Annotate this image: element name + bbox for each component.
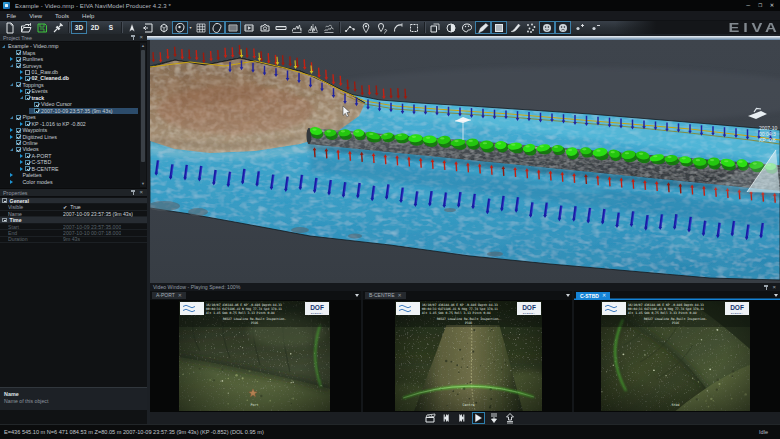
toolbar-button-copy-view[interactable] (427, 21, 443, 34)
collapsed-arrow-icon[interactable] (20, 122, 23, 126)
toolbar-button-palette[interactable] (459, 21, 475, 34)
toolbar-button-smiley-accept[interactable] (539, 21, 555, 34)
checkbox-checked[interactable] (16, 128, 21, 133)
toolbar-button-connect[interactable] (50, 21, 66, 34)
toolbar-button-view-2d[interactable]: 2D (87, 21, 103, 34)
tab-overflow-icon[interactable] (355, 294, 359, 297)
close-icon[interactable]: × (139, 35, 143, 40)
checkbox-checked[interactable] (16, 140, 21, 145)
collapse-section-icon[interactable] (2, 218, 7, 223)
toolbar-button-north-arrow[interactable] (124, 21, 140, 34)
toolbar-button-view-s[interactable]: S (103, 21, 119, 34)
tree-node-color-modes[interactable]: Color modes (0, 178, 140, 184)
expanded-arrow-icon[interactable] (10, 83, 13, 86)
expanded-arrow-icon[interactable] (10, 148, 13, 151)
collapsed-arrow-icon[interactable] (20, 76, 23, 80)
close-button[interactable]: ✕ (770, 2, 774, 9)
toolbar-button-polygon-region[interactable] (406, 21, 422, 34)
playback-step-back-button[interactable] (440, 412, 453, 424)
expanded-arrow-icon[interactable] (10, 64, 13, 67)
expanded-arrow-icon[interactable] (10, 116, 13, 119)
close-icon[interactable]: × (772, 285, 776, 290)
pin-icon[interactable] (764, 285, 768, 290)
collapsed-arrow-icon[interactable] (20, 160, 23, 164)
tree-scrollbar[interactable]: ▲ ▼ (140, 43, 146, 187)
toolbar-button-point-remove[interactable] (587, 21, 603, 34)
toolbar-button-route-points[interactable] (342, 21, 358, 34)
toolbar-button-measure-ruler[interactable] (273, 21, 289, 34)
collapsed-arrow-icon[interactable] (10, 57, 13, 61)
playback-play-button[interactable] (472, 412, 485, 424)
collapsed-arrow-icon[interactable] (10, 180, 13, 184)
playback-clip-editor-button[interactable] (424, 412, 437, 424)
checkbox-checked[interactable] (16, 57, 21, 62)
collapsed-arrow-icon[interactable] (20, 167, 23, 171)
checkbox-checked[interactable] (16, 134, 21, 139)
checkbox-checked[interactable] (16, 63, 21, 68)
checkbox-unchecked[interactable] (25, 70, 30, 75)
toolbar-button-waypoint-pin[interactable] (358, 21, 374, 34)
toolbar-button-open[interactable] (18, 21, 34, 34)
checkbox-checked[interactable] (16, 82, 21, 87)
toolbar-button-brush-clean[interactable] (507, 21, 523, 34)
video-feed-port[interactable]: DOFSUBSEA16/10/07 436144.86 E KP -0.846 … (179, 301, 330, 411)
video-feed-centre[interactable]: DOFSUBSEA16/10/07 436144.86 E KP -0.846 … (395, 301, 542, 411)
playback-step-forward-button[interactable] (456, 412, 469, 424)
menu-view[interactable]: View (23, 13, 49, 19)
toolbar-button-profile-stack[interactable] (321, 21, 337, 34)
toolbar-button-digitize-pen[interactable] (475, 21, 491, 34)
tab-overflow-icon[interactable] (566, 294, 570, 297)
video-feed-stbd[interactable]: DOFSUBSEA16/10/07 436144.86 E KP -0.846 … (601, 301, 750, 411)
menu-help[interactable]: Help (76, 13, 101, 19)
menu-tools[interactable]: Tools (49, 13, 76, 19)
toolbar-button-grid[interactable] (193, 21, 209, 34)
toolbar-button-new[interactable] (2, 21, 18, 34)
checkbox-checked[interactable] (25, 89, 30, 94)
tab-close-icon[interactable]: ✕ (602, 293, 606, 298)
checkbox-checked[interactable] (25, 95, 30, 100)
checkbox-checked[interactable] (25, 76, 30, 81)
toolbar-button-smiley-reject[interactable] (555, 21, 571, 34)
checkbox-checked[interactable] (16, 50, 21, 55)
toolbar-button-import-view[interactable] (140, 21, 156, 34)
scroll-up-icon[interactable]: ▲ (140, 43, 146, 49)
toolbar-button-camera[interactable] (257, 21, 273, 34)
toolbar-button-scatter-points[interactable] (523, 21, 539, 34)
tab-a-port[interactable]: A-PORT✕ (152, 292, 186, 300)
collapsed-arrow-icon[interactable] (20, 89, 23, 93)
scrollbar-thumb[interactable] (141, 50, 145, 162)
viewport-3d[interactable]: 2007-1000:04:3KP -0.8 (150, 40, 780, 283)
tab-close-icon[interactable]: ✕ (178, 293, 182, 298)
toolbar-button-profile-multi[interactable] (305, 21, 321, 34)
collapsed-arrow-icon[interactable] (10, 173, 13, 177)
toolbar-button-contrast[interactable] (443, 21, 459, 34)
checkbox-checked[interactable] (25, 153, 30, 158)
tab-c-stbd[interactable]: C-STBD✕ (576, 292, 610, 301)
toolbar-button-cube-3d[interactable] (156, 21, 172, 34)
checkbox-checked[interactable] (34, 108, 39, 113)
collapsed-arrow-icon[interactable] (10, 135, 13, 139)
tab-close-icon[interactable]: ✕ (398, 293, 402, 298)
toolbar-button-point-add[interactable] (571, 21, 587, 34)
property-row-duration[interactable]: Duration9m 43s (0, 237, 147, 243)
toolbar-button-arc-segment[interactable] (390, 21, 406, 34)
checkbox-checked[interactable] (34, 102, 39, 107)
restore-button[interactable]: ❐ (758, 2, 762, 9)
toolbar-button-video-overlay[interactable] (241, 21, 257, 34)
collapse-section-icon[interactable] (2, 198, 7, 203)
pin-icon[interactable] (131, 190, 135, 195)
toolbar-button-geodesy-globe[interactable] (209, 21, 225, 34)
checkbox-checked[interactable] (16, 147, 21, 152)
expanded-arrow-icon[interactable] (2, 45, 5, 48)
checkbox-checked[interactable] (16, 115, 21, 120)
pin-icon[interactable] (131, 35, 135, 40)
collapsed-arrow-icon[interactable] (20, 70, 23, 74)
playback-export-down-button[interactable] (488, 412, 501, 424)
menu-file[interactable]: File (0, 13, 23, 19)
close-icon[interactable]: × (139, 190, 143, 195)
checkbox-checked[interactable] (25, 160, 30, 165)
toolbar-button-view-3d[interactable]: 3D (71, 21, 87, 34)
minimize-button[interactable]: – (746, 2, 750, 9)
toolbar-button-waypoint-pin-edit[interactable] (374, 21, 390, 34)
expanded-arrow-icon[interactable] (20, 96, 23, 99)
